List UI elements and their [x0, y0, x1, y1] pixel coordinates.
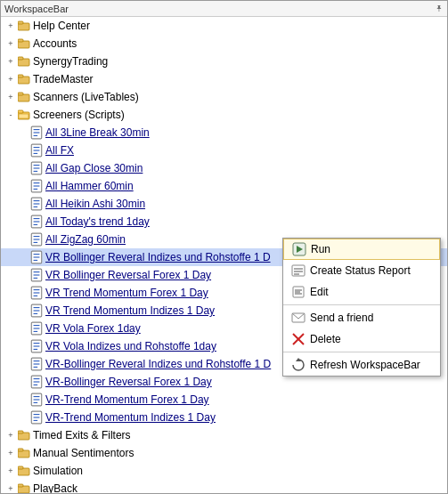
- svg-rect-7: [18, 75, 23, 77]
- folder-icon-open: [17, 109, 31, 121]
- status-icon: [290, 263, 306, 279]
- tree-item-label: TradeMaster: [33, 73, 94, 85]
- tree-item-label: All 3Line Break 30min: [45, 126, 150, 139]
- tree-item-label: SynergyTrading: [33, 55, 108, 68]
- svg-rect-9: [18, 93, 23, 95]
- tree-item-simulation[interactable]: + Simulation: [1, 462, 447, 480]
- tree-item-label: Help Center: [33, 20, 90, 32]
- edit-icon: [290, 284, 306, 300]
- context-menu-item-send-friend[interactable]: Send a friend: [283, 307, 440, 328]
- folder-icon: [17, 91, 31, 103]
- tree-item-allgap[interactable]: All Gap Close 30min: [1, 159, 447, 177]
- svg-rect-3: [18, 39, 23, 42]
- script-icon: [29, 358, 44, 370]
- tree-item-synergy[interactable]: + SynergyTrading: [1, 53, 447, 70]
- tree-item-accounts[interactable]: + Accounts: [1, 35, 447, 53]
- tree-item-label: VR Trend Momentum Indizes 1 Day: [45, 304, 215, 317]
- expand-icon: +: [4, 55, 17, 68]
- script-icon: [29, 411, 44, 424]
- folder-icon: [17, 73, 31, 85]
- tree-item-label: Timed Exits & Filters: [33, 429, 131, 441]
- expand-icon: +: [4, 429, 17, 441]
- tree-container[interactable]: + Help Center + Accounts + SynergyTradin…: [1, 17, 447, 493]
- tree-item-label: Accounts: [33, 37, 77, 50]
- tree-item-label: Screeners (Scripts): [33, 109, 125, 121]
- context-menu-item-delete[interactable]: Delete: [283, 328, 440, 350]
- script-icon: [29, 287, 44, 299]
- svg-rect-88: [18, 484, 23, 487]
- script-icon: [29, 340, 44, 352]
- tree-item-allfx[interactable]: All FX: [1, 142, 447, 159]
- tree-item-label: All Heikin Ashi 30min: [45, 198, 145, 210]
- folder-icon: [17, 482, 31, 493]
- tree-item-label: Simulation: [33, 465, 83, 477]
- script-icon: [29, 233, 44, 246]
- context-menu-item-label: Refresh WorkspaceBar: [310, 359, 420, 371]
- panel-header: WorkspaceBar 🖈: [1, 1, 447, 17]
- workspace-panel: WorkspaceBar 🖈 + Help Center + Accounts …: [0, 0, 448, 494]
- tree-item-label: VR-Trend Momentum Indizes 1 Day: [45, 411, 216, 424]
- context-menu-item-edit[interactable]: Edit: [283, 281, 440, 303]
- tree-item-vr-trend-forex2[interactable]: VR-Trend Momentum Forex 1 Day: [1, 391, 447, 409]
- tree-item-screeners[interactable]: - Screeners (Scripts): [1, 106, 447, 124]
- script-icon: [29, 144, 44, 157]
- script-icon: [29, 393, 44, 406]
- tree-item-label: VR-Bollinger Reveral Indizes und Rohstof…: [45, 358, 271, 370]
- folder-icon: [17, 20, 31, 32]
- folder-icon: [17, 465, 31, 477]
- tree-item-trademaster[interactable]: + TradeMaster: [1, 70, 447, 88]
- context-menu-item-label: Send a friend: [310, 312, 373, 324]
- expand-icon: +: [4, 482, 17, 493]
- tree-item-timed-exits[interactable]: + Timed Exits & Filters: [1, 426, 447, 444]
- expand-icon: -: [4, 109, 17, 121]
- tree-item-allheikin[interactable]: All Heikin Ashi 30min: [1, 195, 447, 213]
- mail-icon: [290, 310, 306, 326]
- folder-icon: [17, 55, 31, 68]
- tree-item-playback[interactable]: + PlayBack: [1, 480, 447, 493]
- expand-icon: +: [4, 73, 17, 85]
- tree-item-scanners[interactable]: + Scanners (LiveTables): [1, 88, 447, 106]
- context-menu-separator2: [283, 352, 440, 352]
- context-menu-item-label: Delete: [310, 333, 341, 345]
- expand-icon: +: [4, 465, 17, 477]
- tree-item-all3line[interactable]: All 3Line Break 30min: [1, 124, 447, 142]
- expand-icon: +: [4, 447, 17, 459]
- tree-item-allhammer[interactable]: All Hammer 60min: [1, 177, 447, 195]
- tree-item-manual-sentimentors[interactable]: + Manual Sentimentors: [1, 444, 447, 462]
- script-icon: [29, 304, 44, 317]
- svg-rect-82: [18, 431, 23, 433]
- tree-item-label: All Today's trend 1day: [45, 215, 150, 228]
- expand-icon: +: [4, 20, 17, 32]
- script-icon: [29, 126, 44, 139]
- refresh-icon: [290, 357, 306, 373]
- tree-item-label: VR Trend Momentum Forex 1 Day: [45, 287, 208, 299]
- tree-item-label: VR Vola Indizes und Rohstoffe 1day: [45, 340, 216, 352]
- tree-item-label: VR Bollinger Reversal Forex 1 Day: [45, 269, 211, 281]
- tree-item-label: VR Bollinger Reveral Indizes und Rohstof…: [45, 251, 271, 263]
- tree-item-label: All Gap Close 30min: [45, 162, 143, 174]
- context-menu-item-label: Edit: [310, 286, 329, 298]
- tree-item-label: VR-Bollinger Reversal Forex 1 Day: [45, 376, 212, 388]
- svg-rect-1: [18, 21, 23, 24]
- context-menu-item-refresh[interactable]: Refresh WorkspaceBar: [283, 354, 440, 376]
- tree-item-help-center[interactable]: + Help Center: [1, 17, 447, 35]
- context-menu-item-run[interactable]: Run: [283, 239, 440, 260]
- tree-item-vr-trend-indizes2[interactable]: VR-Trend Momentum Indizes 1 Day: [1, 409, 447, 426]
- svg-rect-12: [19, 114, 29, 118]
- context-menu-item-create-status[interactable]: Create Status Report: [283, 260, 440, 281]
- context-menu: Run Create Status Report: [282, 238, 441, 377]
- context-menu-separator: [283, 304, 440, 305]
- script-icon: [29, 180, 44, 192]
- folder-icon: [17, 447, 31, 459]
- tree-item-label: All ZigZag 60min: [45, 233, 126, 246]
- folder-icon: [17, 429, 31, 441]
- script-icon: [29, 198, 44, 210]
- pin-icon[interactable]: 🖈: [435, 4, 444, 13]
- tree-item-label: All Hammer 60min: [45, 180, 134, 192]
- svg-rect-86: [18, 466, 23, 469]
- tree-item-alltoday[interactable]: All Today's trend 1day: [1, 213, 447, 231]
- tree-item-label: All FX: [45, 144, 74, 157]
- run-icon: [291, 241, 307, 257]
- tree-item-label: VR-Trend Momentum Forex 1 Day: [45, 393, 209, 406]
- folder-icon: [17, 37, 31, 50]
